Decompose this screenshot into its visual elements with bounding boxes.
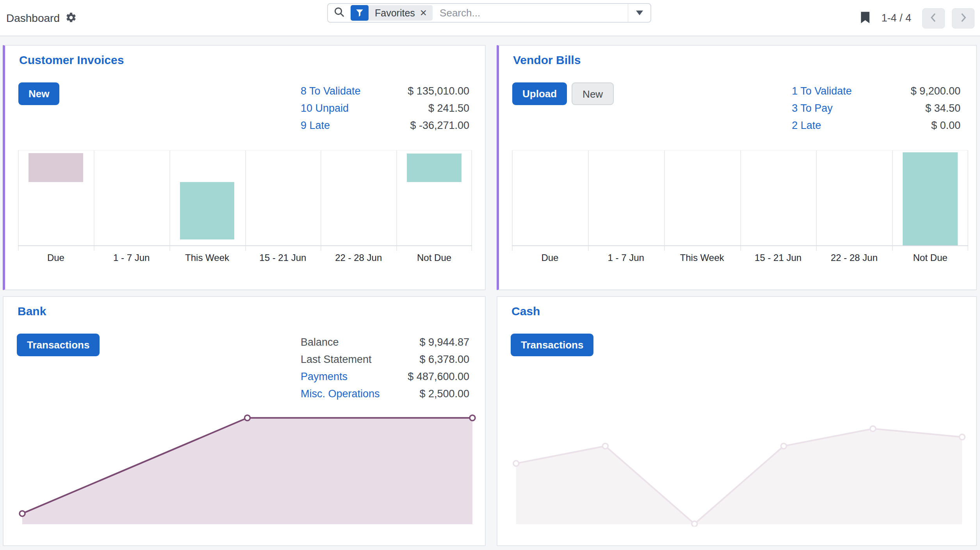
- area-chart-svg: [507, 403, 971, 527]
- search-bar: Favorites ✕: [327, 3, 651, 23]
- to-validate-link[interactable]: 1 To Validate: [792, 85, 852, 97]
- gridline: [968, 150, 968, 251]
- balance-label: Balance: [301, 336, 339, 348]
- stat-amount: $ 0.00: [931, 120, 960, 132]
- pager-controls: 1-4 / 4: [860, 0, 975, 36]
- axis-tick-label: Not Due: [892, 252, 968, 263]
- data-point-marker: [781, 443, 786, 449]
- facet-label: Favorites: [369, 7, 419, 19]
- breadcrumb: Dashboard: [6, 0, 77, 36]
- late-link[interactable]: 2 Late: [792, 120, 821, 132]
- search-options-toggle[interactable]: [628, 4, 650, 22]
- stat-row: Payments $ 487,600.00: [301, 368, 469, 385]
- to-validate-link[interactable]: 8 To Validate: [301, 85, 361, 97]
- button-row: Upload New: [512, 82, 614, 105]
- pager-next-button[interactable]: [952, 8, 975, 29]
- unpaid-link[interactable]: 10 Unpaid: [301, 102, 349, 114]
- stat-amount: $ 487,600.00: [408, 371, 469, 383]
- data-point-marker: [870, 426, 876, 431]
- customer-invoices-chart[interactable]: Due1 - 7 JunThis Week15 - 21 Jun22 - 28 …: [18, 150, 472, 272]
- customer-invoices-title[interactable]: Customer Invoices: [19, 54, 124, 67]
- gridline: [664, 150, 665, 251]
- x-axis-line: [18, 245, 472, 246]
- to-pay-link[interactable]: 3 To Pay: [792, 102, 833, 114]
- stat-amount: $ -36,271.00: [410, 120, 469, 132]
- gear-button[interactable]: [65, 12, 77, 25]
- bar-due[interactable]: [29, 153, 83, 182]
- bookmark-button[interactable]: [860, 12, 870, 25]
- stat-amount: $ 2,500.00: [419, 388, 469, 400]
- cash-card: Cash Transactions: [497, 296, 977, 546]
- bar-not-due[interactable]: [407, 154, 461, 182]
- area-fill: [22, 418, 472, 524]
- gear-icon: [65, 12, 77, 25]
- pager-previous-button[interactable]: [922, 8, 945, 29]
- vendor-bills-card: Vendor Bills Upload New 1 To Validate $ …: [497, 45, 977, 290]
- stat-row: 3 To Pay $ 34.50: [792, 100, 960, 117]
- new-invoice-button[interactable]: New: [18, 82, 59, 105]
- gridline: [245, 150, 246, 251]
- axis-tick-label: Not Due: [396, 252, 472, 263]
- bank-transactions-button[interactable]: Transactions: [17, 334, 100, 356]
- customer-invoices-card: Customer Invoices New 8 To Validate $ 13…: [3, 45, 486, 290]
- chevron-left-icon: [928, 12, 939, 25]
- stat-row: 10 Unpaid $ 241.50: [301, 100, 469, 117]
- chart-plot: [512, 150, 968, 245]
- bank-balance-chart[interactable]: [13, 403, 482, 527]
- button-row: Transactions: [511, 334, 593, 356]
- vendor-bills-title[interactable]: Vendor Bills: [513, 54, 581, 67]
- axis-tick-label: Due: [512, 252, 588, 263]
- search-input[interactable]: [439, 7, 628, 20]
- bar-not-due[interactable]: [903, 152, 957, 245]
- axis-tick-label: 22 - 28 Jun: [321, 252, 396, 263]
- page-title: Dashboard: [6, 12, 60, 25]
- cash-balance-chart[interactable]: [507, 403, 971, 527]
- button-row: Transactions: [17, 334, 100, 356]
- stat-row: 8 To Validate $ 135,010.00: [301, 82, 469, 100]
- bank-stats: Balance $ 9,944.87 Last Statement $ 6,37…: [301, 334, 469, 402]
- stat-row: Misc. Operations $ 2,500.00: [301, 385, 469, 402]
- gridline: [321, 150, 321, 251]
- stat-amount: $ 34.50: [925, 102, 960, 114]
- stat-amount: $ 6,378.00: [419, 354, 469, 366]
- stat-row: 1 To Validate $ 9,200.00: [792, 82, 960, 100]
- top-bar: Dashboard Favorites ✕: [0, 0, 980, 36]
- stat-row: 2 Late $ 0.00: [792, 117, 960, 134]
- stat-row: 9 Late $ -36,271.00: [301, 117, 469, 134]
- stat-amount: $ 241.50: [428, 102, 469, 114]
- axis-tick-label: Due: [18, 252, 94, 263]
- gridline: [816, 150, 817, 251]
- x-axis-line: [512, 245, 968, 246]
- cash-transactions-button[interactable]: Transactions: [511, 334, 593, 356]
- data-point-marker: [20, 511, 25, 516]
- bank-card: Bank Transactions Balance $ 9,944.87 Las…: [3, 296, 486, 546]
- bar-this-week[interactable]: [180, 182, 235, 239]
- bookmark-icon: [860, 12, 870, 25]
- gridline: [169, 150, 170, 251]
- upload-bill-button[interactable]: Upload: [512, 82, 567, 105]
- invoice-stats: 8 To Validate $ 135,010.00 10 Unpaid $ 2…: [301, 82, 469, 134]
- area-chart-svg: [13, 403, 482, 527]
- data-point-marker: [959, 434, 965, 440]
- gridline: [740, 150, 741, 251]
- axis-tick-label: 15 - 21 Jun: [245, 252, 321, 263]
- search-icon: [333, 6, 345, 20]
- stat-amount: $ 135,010.00: [408, 85, 469, 97]
- data-point-marker: [692, 521, 697, 527]
- cash-title[interactable]: Cash: [511, 305, 540, 318]
- favorites-facet[interactable]: Favorites ✕: [351, 5, 433, 21]
- misc-operations-link[interactable]: Misc. Operations: [301, 388, 380, 400]
- payments-link[interactable]: Payments: [301, 371, 347, 383]
- new-bill-button[interactable]: New: [572, 82, 614, 105]
- axis-tick-label: 22 - 28 Jun: [816, 252, 892, 263]
- chevron-down-icon: [636, 11, 643, 15]
- chevron-right-icon: [958, 12, 968, 25]
- bank-title[interactable]: Bank: [18, 305, 46, 318]
- remove-facet-icon[interactable]: ✕: [419, 8, 433, 18]
- stat-row: Balance $ 9,944.87: [301, 334, 469, 351]
- vendor-bills-chart[interactable]: Due1 - 7 JunThis Week15 - 21 Jun22 - 28 …: [512, 150, 968, 272]
- gridline: [471, 150, 472, 251]
- late-link[interactable]: 9 Late: [301, 120, 330, 132]
- axis-tick-label: This Week: [664, 252, 740, 263]
- data-point-marker: [245, 415, 250, 421]
